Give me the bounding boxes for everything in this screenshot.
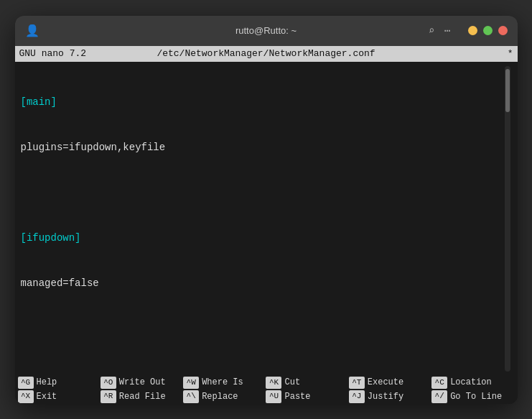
- editor-area[interactable]: [main] plugins=ifupdown,keyfile [ifupdow…: [15, 62, 518, 376]
- shortcut-row-2: ^X Exit ^R Read File ^\ Replace ^U Paste…: [15, 390, 518, 403]
- editor-content: [main] plugins=ifupdown,keyfile [ifupdow…: [21, 65, 503, 373]
- search-icon[interactable]: ⌕: [429, 24, 434, 37]
- close-button[interactable]: [498, 26, 508, 35]
- editor-line-empty: [21, 321, 503, 336]
- shortcut-label-exit: Exit: [37, 392, 57, 402]
- shortcut-exit: ^X Exit: [18, 390, 96, 402]
- shortcut-key-W: ^W: [183, 377, 199, 389]
- shortcut-key-K: ^K: [266, 377, 281, 389]
- shortcut-key-C: ^C: [431, 377, 447, 389]
- shortcut-label-whereis: Where Is: [202, 377, 243, 387]
- shortcut-help: ^G Help: [18, 377, 96, 389]
- shortcut-gotoline: ^/ Go To Line: [431, 390, 510, 402]
- shortcut-key-backslash: ^\: [183, 390, 199, 402]
- user-icon: 👤: [25, 24, 39, 38]
- shortcut-key-G: ^G: [18, 377, 34, 389]
- shortcut-label-replace: Replace: [202, 392, 238, 402]
- shortcut-label-justify: Justify: [368, 392, 403, 402]
- shortcut-key-X: ^X: [18, 390, 34, 402]
- shortcut-key-J: ^J: [349, 390, 365, 402]
- nano-version: GNU nano 7.2: [19, 48, 143, 59]
- shortcut-paste: ^U Paste: [266, 390, 344, 402]
- shortcut-label-cut: Cut: [284, 377, 300, 387]
- editor-line: [main]: [21, 95, 503, 110]
- scrollbar-thumb[interactable]: [505, 69, 510, 112]
- shortcut-readfile: ^R Read File: [101, 390, 179, 402]
- shortcut-label-help: Help: [37, 377, 57, 387]
- shortcut-execute: ^T Execute: [349, 377, 427, 389]
- nano-footer: ^G Help ^O Write Out ^W Where Is ^K Cut …: [15, 376, 518, 404]
- scrollbar[interactable]: [505, 66, 510, 372]
- nano-modified: *: [390, 48, 513, 59]
- titlebar-right: ⌕ ⋯: [429, 24, 508, 37]
- shortcut-key-U: ^U: [266, 390, 281, 402]
- shortcut-writeout: ^O Write Out: [101, 377, 179, 389]
- editor-line: plugins=ifupdown,keyfile: [21, 140, 503, 155]
- minimize-button[interactable]: [468, 26, 477, 35]
- editor-line: [ifupdown]: [21, 231, 503, 246]
- shortcut-label-execute: Execute: [368, 377, 403, 387]
- shortcut-cut: ^K Cut: [266, 377, 344, 389]
- shortcut-replace: ^\ Replace: [183, 390, 261, 402]
- shortcut-whereis: ^W Where Is: [183, 377, 261, 389]
- shortcut-label-writeout: Write Out: [119, 377, 166, 387]
- shortcut-label-readfile: Read File: [119, 392, 166, 402]
- shortcut-label-paste: Paste: [284, 392, 310, 402]
- shortcut-key-T: ^T: [349, 377, 365, 389]
- shortcut-location: ^C Location: [431, 377, 510, 389]
- maximize-button[interactable]: [483, 26, 493, 35]
- shortcut-label-location: Location: [450, 377, 492, 387]
- shortcut-label-gotoline: Go To Line: [450, 392, 502, 402]
- shortcut-key-R: ^R: [101, 390, 116, 402]
- nano-filepath: /etc/NetworkManager/NetworkManager.conf: [143, 48, 390, 59]
- traffic-lights: [468, 26, 508, 35]
- window-title: rutto@Rutto: ~: [235, 25, 297, 36]
- titlebar: 👤 rutto@Rutto: ~ ⌕ ⋯: [15, 16, 518, 46]
- nano-header-bar: GNU nano 7.2 /etc/NetworkManager/Network…: [15, 46, 518, 62]
- menu-icon[interactable]: ⋯: [444, 24, 450, 37]
- shortcut-justify: ^J Justify: [349, 390, 427, 402]
- shortcut-key-O: ^O: [101, 377, 116, 389]
- editor-line-empty: [21, 185, 503, 201]
- editor-line-empty: [21, 367, 503, 376]
- shortcut-row-1: ^G Help ^O Write Out ^W Where Is ^K Cut …: [15, 376, 518, 390]
- editor-line: managed=false: [21, 276, 503, 291]
- titlebar-left: 👤: [25, 24, 39, 38]
- terminal-window: 👤 rutto@Rutto: ~ ⌕ ⋯ GNU nano 7.2 /etc/N…: [15, 16, 518, 404]
- shortcut-key-slash: ^/: [431, 390, 447, 402]
